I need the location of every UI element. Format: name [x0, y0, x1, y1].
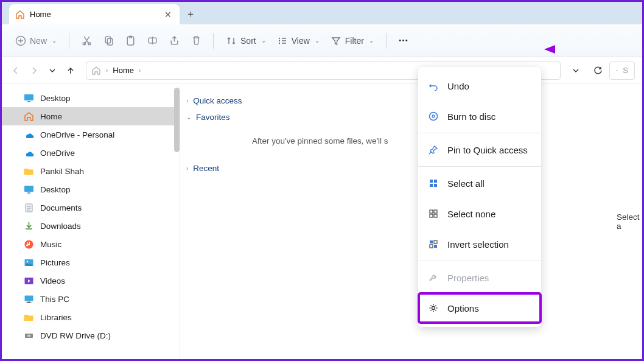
svg-point-8 [279, 37, 280, 38]
new-button[interactable]: New ⌄ [10, 32, 61, 50]
sidebar-item-pictures[interactable]: Pictures [2, 253, 180, 272]
sidebar-item-videos[interactable]: Videos [2, 272, 180, 290]
sidebar-item-this-pc[interactable]: This PC [2, 290, 180, 308]
sidebar-item-desktop[interactable]: Desktop [2, 180, 180, 198]
copy-button[interactable] [99, 31, 118, 51]
rename-icon [147, 35, 158, 46]
menu-label: Properties [447, 273, 489, 283]
sidebar-item-onedrive-personal[interactable]: OneDrive - Personal [2, 125, 180, 144]
svg-rect-35 [430, 210, 433, 213]
refresh-button[interactable] [591, 64, 604, 77]
menu-burn[interactable]: Burn to disc [418, 101, 541, 131]
sidebar-item-music[interactable]: Music [2, 235, 180, 253]
menu-pin[interactable]: Pin to Quick access [418, 135, 541, 165]
svg-rect-15 [24, 94, 33, 100]
menu-label: Select none [447, 209, 495, 219]
new-tab-button[interactable]: ＋ [180, 4, 201, 24]
sidebar-item-home[interactable]: Home [2, 107, 180, 125]
chevron-down-icon: ⌄ [261, 37, 266, 44]
plus-circle-icon [15, 35, 26, 46]
onedrive-icon [23, 129, 34, 140]
forward-button[interactable] [27, 64, 41, 77]
sidebar-item-pankil-shah[interactable]: Pankil Shah [2, 162, 180, 180]
menu-label: Undo [447, 81, 469, 91]
scrollbar[interactable] [174, 88, 180, 152]
svg-point-22 [26, 261, 28, 262]
menu-options[interactable]: Options [418, 293, 541, 323]
sidebar-item-downloads[interactable]: Downloads [2, 217, 180, 235]
view-button[interactable]: View ⌄ [272, 32, 324, 50]
search-input[interactable]: S [609, 61, 635, 80]
cut-button[interactable] [77, 31, 96, 51]
menu-select-all[interactable]: Select all [418, 168, 541, 198]
svg-rect-36 [434, 210, 437, 213]
svg-rect-34 [434, 184, 437, 187]
svg-rect-37 [430, 214, 433, 217]
menu-label: Select all [447, 178, 485, 189]
svg-rect-39 [430, 240, 433, 244]
svg-rect-26 [26, 303, 32, 303]
sidebar-item-dvd-rw-drive-d-[interactable]: DVD RW Drive (D:) [2, 326, 180, 345]
more-button[interactable] [394, 31, 413, 51]
sidebar-item-label: Music [40, 240, 61, 249]
menu-undo[interactable]: Undo [418, 71, 541, 101]
filter-button[interactable]: Filter ⌄ [326, 32, 379, 50]
svg-point-43 [432, 307, 435, 310]
cut-icon [81, 35, 93, 46]
annotation-arrow [544, 42, 642, 59]
separator [213, 33, 214, 49]
sidebar-item-label: Pictures [40, 258, 70, 267]
delete-button[interactable] [186, 31, 206, 51]
back-button[interactable] [9, 64, 23, 77]
breadcrumb-item[interactable]: Home [113, 66, 134, 75]
sidebar-item-label: Libraries [40, 313, 72, 322]
select-all-icon [428, 178, 439, 189]
svg-rect-24 [24, 295, 33, 301]
svg-rect-4 [107, 38, 112, 45]
chevron-right-icon: › [106, 67, 108, 74]
section-recent[interactable]: ›Recent [186, 160, 606, 177]
tab-title: Home [30, 10, 51, 19]
delete-icon [191, 35, 202, 46]
svg-rect-16 [27, 101, 30, 102]
sort-icon [226, 35, 237, 46]
view-icon [277, 35, 288, 46]
menu-select-none[interactable]: Select none [418, 198, 541, 229]
recent-locations-button[interactable] [46, 64, 59, 77]
tab-home[interactable]: Home ✕ [9, 4, 180, 24]
svg-point-12 [402, 40, 404, 41]
paste-icon [125, 35, 136, 46]
sidebar-item-libraries[interactable]: Libraries [2, 308, 180, 326]
arrow-right-icon [29, 66, 39, 75]
sidebar-item-onedrive[interactable]: OneDrive [2, 144, 180, 162]
sort-button[interactable]: Sort ⌄ [221, 32, 271, 50]
arrow-up-icon [66, 66, 75, 75]
menu-label: Options [447, 303, 479, 314]
sidebar-item-label: This PC [40, 295, 69, 304]
chevron-right-icon: › [139, 67, 141, 74]
up-button[interactable] [64, 64, 77, 77]
svg-rect-42 [434, 245, 437, 248]
details-pane: Select a [612, 84, 642, 359]
sidebar-item-desktop[interactable]: Desktop [2, 89, 180, 107]
tabs-bar: Home ✕ ＋ [2, 2, 642, 24]
menu-invert-selection[interactable]: Invert selection [418, 229, 541, 259]
separator [418, 166, 541, 167]
close-icon[interactable]: ✕ [163, 10, 173, 19]
menu-label: Invert selection [447, 239, 509, 250]
paste-button[interactable] [121, 31, 140, 51]
svg-rect-17 [24, 186, 33, 192]
svg-rect-25 [27, 301, 30, 303]
rename-button[interactable] [142, 31, 162, 51]
share-button[interactable] [164, 31, 184, 51]
dropdown-button[interactable] [569, 64, 583, 77]
separator [418, 261, 541, 261]
section-favorites[interactable]: ⌄Favorites [186, 109, 606, 125]
section-quick-access[interactable]: ›Quick access [186, 93, 606, 109]
chevron-down-icon: ⌄ [186, 114, 191, 121]
menu-label: Burn to disc [447, 111, 495, 122]
download-icon [23, 220, 34, 231]
desktop-blue-icon [23, 93, 34, 103]
thispc-icon [23, 293, 34, 304]
sidebar-item-documents[interactable]: Documents [2, 198, 180, 217]
